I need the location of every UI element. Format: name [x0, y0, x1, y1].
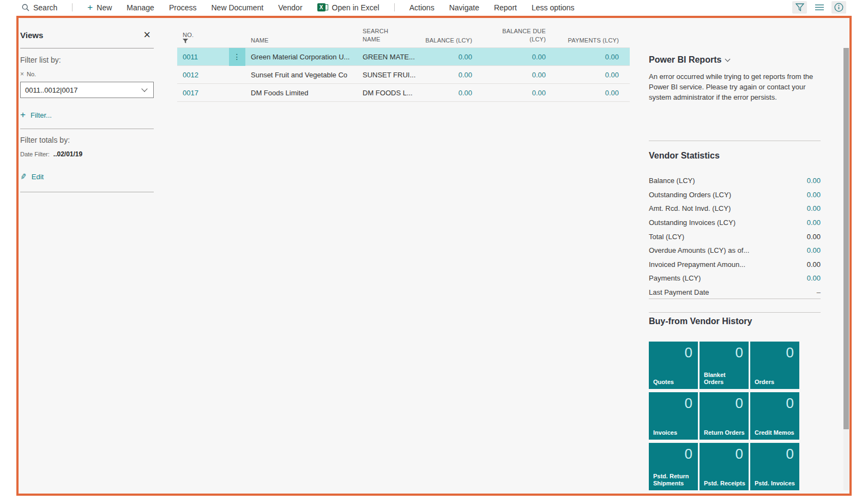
chevron-down-icon[interactable] — [141, 86, 147, 92]
stat-value-link[interactable]: 0.00 — [807, 191, 821, 199]
balance-due-cell[interactable]: 0.00 — [474, 71, 548, 79]
cue-tile-blanket-orders[interactable]: 0 Blanket Orders — [700, 342, 749, 389]
filter-pane-toggle-button[interactable] — [792, 1, 807, 14]
remove-filter-icon[interactable]: × — [20, 70, 24, 78]
vendor-no-link[interactable]: 0012 — [177, 71, 229, 79]
process-menu[interactable]: Process — [169, 3, 197, 12]
stat-row: Amt. Rcd. Not Invd. (LCY) 0.00 — [649, 202, 821, 216]
stat-row: Last Payment Date – — [649, 285, 821, 300]
manage-menu[interactable]: Manage — [126, 3, 154, 12]
payments-cell[interactable]: 0.00 — [548, 53, 630, 61]
tile-label: Pstd. Invoices — [755, 480, 797, 487]
edit-filter-button[interactable]: ✎ Edit — [20, 172, 44, 181]
open-in-excel-label: Open in Excel — [332, 3, 379, 12]
vendor-no-link[interactable]: 0017 — [177, 89, 229, 97]
stat-value-link[interactable]: 0.00 — [807, 246, 821, 254]
power-bi-error-text: An error occurred while trying to get re… — [649, 71, 815, 102]
close-icon[interactable]: × — [143, 29, 154, 41]
table-row[interactable]: 0012 Sunset Fruit and Vegetable Co SUNSE… — [177, 66, 630, 84]
open-in-excel-button[interactable]: X Open in Excel — [317, 3, 379, 12]
search-button[interactable]: Search — [22, 3, 57, 12]
vendor-name-cell[interactable]: DM Foods Limited — [245, 89, 357, 97]
stat-value-link[interactable]: 0.00 — [807, 218, 821, 227]
report-menu[interactable]: Report — [494, 3, 517, 12]
factbox-divider — [649, 312, 821, 313]
power-bi-reports-title: Power BI Reports — [649, 55, 721, 65]
cue-tile-pstd-return-shipments[interactable]: 0 Pstd. Return Shipments — [649, 443, 698, 490]
vendor-name-cell[interactable]: Green Material Corporation U... — [245, 53, 357, 61]
stat-row: Invoiced Prepayment Amoun... 0.00 — [649, 258, 821, 272]
stat-row: Balance (LCY) 0.00 — [649, 174, 821, 188]
table-row[interactable]: 0017 DM Foods Limited DM FOODS L... 0.00… — [177, 84, 630, 102]
navigate-label: Navigate — [449, 3, 479, 12]
vendor-statistics-header[interactable]: Vendor Statistics — [649, 151, 720, 161]
balance-due-cell[interactable]: 0.00 — [474, 53, 548, 61]
date-filter-value: ..02/01/19 — [53, 150, 82, 158]
less-options-button[interactable]: Less options — [532, 3, 575, 12]
report-label: Report — [494, 3, 517, 12]
vendor-name-cell[interactable]: Sunset Fruit and Vegetable Co — [245, 71, 357, 79]
tile-label: Orders — [755, 379, 797, 386]
stat-value-link[interactable]: 0.00 — [807, 204, 821, 212]
column-header-no[interactable]: NO. — [177, 32, 229, 44]
balance-cell[interactable]: 0.00 — [417, 89, 474, 97]
stat-value-link[interactable]: 0.00 — [807, 274, 821, 282]
cue-tile-pstd-receipts[interactable]: 0 Pstd. Receipts — [700, 443, 749, 490]
vendor-menu[interactable]: Vendor — [278, 3, 302, 12]
vendor-no-link[interactable]: 0011 — [177, 53, 229, 61]
cue-tile-return-orders[interactable]: 0 Return Orders — [700, 392, 749, 440]
payments-cell[interactable]: 0.00 — [548, 71, 630, 79]
vendor-history-title: Buy-from Vendor History — [649, 317, 752, 326]
cue-tile-credit-memos[interactable]: 0 Credit Memos — [750, 392, 799, 440]
add-filter-button[interactable]: + Filter... — [20, 109, 52, 120]
info-pane-button[interactable] — [831, 1, 846, 14]
filter-value-input[interactable] — [21, 86, 142, 94]
date-filter-row: Date Filter: ..02/01/19 — [20, 150, 82, 158]
new-document-menu[interactable]: New Document — [211, 3, 263, 12]
cue-tile-pstd-invoices[interactable]: 0 Pstd. Invoices — [750, 443, 799, 490]
pane-divider — [20, 129, 154, 129]
scrollbar-thumb[interactable] — [843, 48, 849, 429]
payments-cell[interactable]: 0.00 — [548, 89, 630, 97]
vendor-statistics-list: Balance (LCY) 0.00 Outstanding Orders (L… — [649, 174, 821, 299]
balance-cell[interactable]: 0.00 — [417, 71, 474, 79]
new-document-label: New Document — [211, 3, 263, 12]
column-header-balance[interactable]: BALANCE (LCY) — [417, 37, 474, 44]
stat-label: Payments (LCY) — [649, 274, 701, 282]
list-view-button[interactable] — [812, 1, 827, 14]
tile-value: 0 — [736, 344, 743, 361]
balance-due-cell[interactable]: 0.00 — [474, 89, 548, 97]
tile-label: Blanket Orders — [704, 372, 746, 386]
column-filter-icon — [183, 39, 228, 44]
tile-value: 0 — [685, 446, 692, 463]
pane-divider — [20, 48, 154, 48]
tile-label: Pstd. Receipts — [704, 480, 746, 487]
balance-cell[interactable]: 0.00 — [417, 53, 474, 61]
cue-tile-orders[interactable]: 0 Orders — [750, 342, 799, 389]
column-header-name[interactable]: NAME — [245, 37, 357, 44]
navigate-menu[interactable]: Navigate — [449, 3, 479, 12]
column-header-search-name[interactable]: SEARCH NAME — [357, 27, 417, 44]
actions-label: Actions — [409, 3, 435, 12]
tile-value: 0 — [786, 395, 794, 412]
row-menu-icon[interactable]: ⋮ — [229, 48, 245, 66]
cue-tile-quotes[interactable]: 0 Quotes — [649, 342, 698, 389]
excel-icon: X — [317, 3, 328, 11]
factbox-scrollbar[interactable] — [843, 48, 849, 490]
power-bi-reports-header[interactable]: Power BI Reports — [649, 55, 730, 65]
new-label: New — [97, 3, 112, 12]
column-header-balance-due[interactable]: BALANCE DUE (LCY) — [474, 27, 548, 44]
stat-row: Outstanding Orders (LCY) 0.00 — [649, 188, 821, 202]
toolbar-divider — [394, 3, 395, 11]
edit-label: Edit — [32, 173, 44, 181]
vendor-history-header[interactable]: Buy-from Vendor History — [649, 317, 752, 326]
column-header-payments[interactable]: PAYMENTS (LCY) — [548, 37, 630, 44]
new-button[interactable]: + New — [87, 3, 112, 12]
cue-tile-invoices[interactable]: 0 Invoices — [649, 392, 698, 440]
table-row[interactable]: 0011 ⋮ Green Material Corporation U... G… — [177, 48, 630, 66]
table-header-row: NO. NAME SEARCH NAME BALANCE (LCY) BALAN… — [177, 21, 630, 48]
filter-totals-by-label: Filter totals by: — [20, 136, 70, 144]
stat-value-link[interactable]: 0.00 — [807, 177, 821, 185]
tile-value: 0 — [786, 344, 794, 361]
actions-menu[interactable]: Actions — [409, 3, 435, 12]
